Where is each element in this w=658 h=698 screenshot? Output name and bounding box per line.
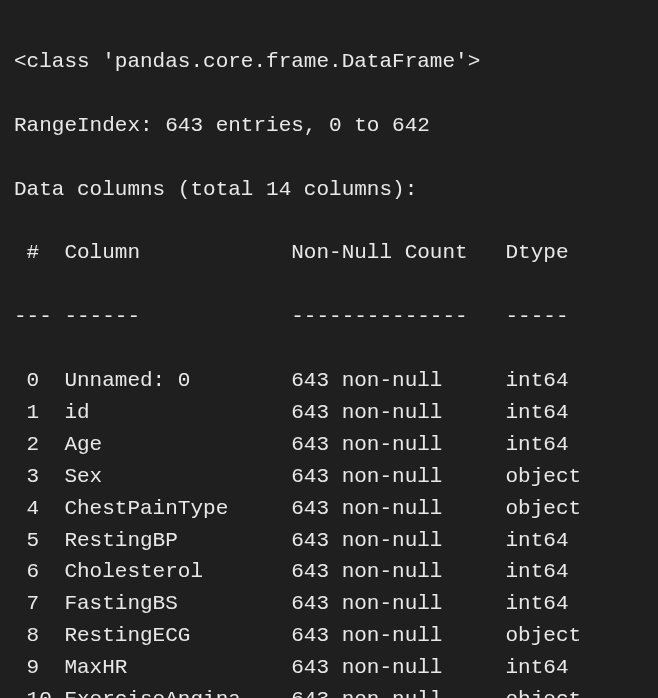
cell-num: 1	[14, 397, 64, 429]
cell-num: 9	[14, 652, 64, 684]
cell-dtype: object	[505, 620, 606, 652]
cell-name: ChestPainType	[64, 493, 266, 525]
cell-count: 643 non-null	[291, 620, 480, 652]
df-col-row: 2 Age 643 non-null int64	[14, 429, 644, 461]
df-table-header: # Column Non-Null Count Dtype	[14, 237, 644, 269]
cell-dtype: object	[505, 684, 606, 698]
cell-dtype: int64	[505, 588, 606, 620]
cell-num: 5	[14, 525, 64, 557]
cell-name: Cholesterol	[64, 556, 266, 588]
cell-dtype: int64	[505, 525, 606, 557]
cell-count: 643 non-null	[291, 365, 480, 397]
cell-num: 0	[14, 365, 64, 397]
cell-dtype: int64	[505, 652, 606, 684]
cell-name: Age	[64, 429, 266, 461]
df-col-row: 8 RestingECG 643 non-null object	[14, 620, 644, 652]
hdr-dtype: Dtype	[505, 237, 606, 269]
cell-dtype: int64	[505, 429, 606, 461]
df-col-row: 6 Cholesterol 643 non-null int64	[14, 556, 644, 588]
cell-name: Unnamed: 0	[64, 365, 266, 397]
cell-dtype: object	[505, 461, 606, 493]
df-col-row: 9 MaxHR 643 non-null int64	[14, 652, 644, 684]
cell-name: ExerciseAngina	[64, 684, 266, 698]
df-index-line: RangeIndex: 643 entries, 0 to 642	[14, 110, 644, 142]
cell-num: 3	[14, 461, 64, 493]
cell-num: 7	[14, 588, 64, 620]
cell-count: 643 non-null	[291, 461, 480, 493]
df-col-row: 3 Sex 643 non-null object	[14, 461, 644, 493]
cell-dtype: object	[505, 493, 606, 525]
cell-num: 10	[14, 684, 64, 698]
terminal-output: <class 'pandas.core.frame.DataFrame'> Ra…	[0, 0, 658, 698]
cell-name: RestingECG	[64, 620, 266, 652]
cell-num: 8	[14, 620, 64, 652]
cell-count: 643 non-null	[291, 429, 480, 461]
cell-count: 643 non-null	[291, 525, 480, 557]
cell-num: 2	[14, 429, 64, 461]
cell-count: 643 non-null	[291, 397, 480, 429]
div-dtype: -----	[505, 301, 606, 333]
div-column: ------	[64, 301, 266, 333]
cell-name: MaxHR	[64, 652, 266, 684]
cell-num: 4	[14, 493, 64, 525]
hdr-column: Column	[64, 237, 266, 269]
df-rows: 0 Unnamed: 0 643 non-null int64 1 id 643…	[14, 365, 644, 698]
df-col-row: 0 Unnamed: 0 643 non-null int64	[14, 365, 644, 397]
cell-count: 643 non-null	[291, 556, 480, 588]
cell-count: 643 non-null	[291, 684, 480, 698]
df-col-row: 5 RestingBP 643 non-null int64	[14, 525, 644, 557]
cell-name: FastingBS	[64, 588, 266, 620]
div-count: --------------	[291, 301, 480, 333]
cell-count: 643 non-null	[291, 588, 480, 620]
df-col-row: 4 ChestPainType 643 non-null object	[14, 493, 644, 525]
cell-count: 643 non-null	[291, 493, 480, 525]
hdr-count: Non-Null Count	[291, 237, 480, 269]
cell-name: Sex	[64, 461, 266, 493]
cell-num: 6	[14, 556, 64, 588]
div-num: ---	[14, 301, 64, 333]
cell-name: id	[64, 397, 266, 429]
df-cols-line: Data columns (total 14 columns):	[14, 174, 644, 206]
cell-dtype: int64	[505, 556, 606, 588]
cell-dtype: int64	[505, 365, 606, 397]
df-col-row: 7 FastingBS 643 non-null int64	[14, 588, 644, 620]
hdr-num: #	[14, 237, 64, 269]
cell-name: RestingBP	[64, 525, 266, 557]
cell-count: 643 non-null	[291, 652, 480, 684]
df-table-divider: --- ------ -------------- -----	[14, 301, 644, 333]
df-col-row: 1 id 643 non-null int64	[14, 397, 644, 429]
df-class-line: <class 'pandas.core.frame.DataFrame'>	[14, 46, 644, 78]
cell-dtype: int64	[505, 397, 606, 429]
df-col-row: 10 ExerciseAngina 643 non-null object	[14, 684, 644, 698]
